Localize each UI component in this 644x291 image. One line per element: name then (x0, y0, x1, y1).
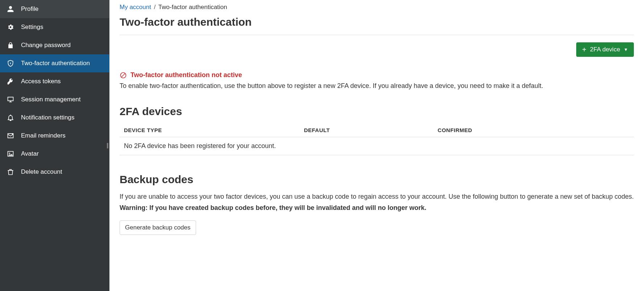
svg-point-2 (12, 133, 13, 135)
sidebar-item-settings[interactable]: Settings (0, 18, 109, 36)
breadcrumb-separator: / (154, 4, 156, 10)
sidebar-item-notification-settings[interactable]: Notification settings (0, 109, 109, 127)
sidebar-item-label: Two-factor authentication (21, 60, 90, 67)
sidebar-item-label: Session management (21, 96, 80, 103)
sidebar-item-label: Avatar (21, 150, 39, 157)
prohibit-icon (120, 72, 127, 79)
col-confirmed: CONFIRMED (433, 123, 634, 137)
sidebar-item-label: Email reminders (21, 132, 66, 139)
alert-not-active: Two-factor authentication not active To … (120, 71, 634, 91)
page-title: Two-factor authentication (120, 16, 634, 28)
svg-rect-1 (10, 63, 11, 64)
divider (120, 35, 634, 35)
sidebar-item-label: Profile (21, 5, 38, 13)
sidebar-item-label: Access tokens (21, 78, 61, 85)
add-2fa-device-button[interactable]: + 2FA device ▼ (576, 42, 634, 57)
alert-title: Two-factor authentication not active (120, 71, 634, 79)
alert-body: To enable two-factor authentication, use… (120, 81, 634, 91)
sidebar-resize-handle[interactable]: || (107, 142, 108, 149)
generate-backup-codes-button[interactable]: Generate backup codes (120, 220, 196, 235)
backup-codes-section: Backup codes If you are unable to access… (120, 173, 634, 235)
trash-icon (7, 168, 14, 176)
sidebar-item-profile[interactable]: Profile (0, 0, 109, 18)
sidebar-item-session-management[interactable]: Session management (0, 90, 109, 109)
table-row-empty: No 2FA device has been registered for yo… (120, 137, 634, 155)
backup-description: If you are unable to access your two fac… (120, 191, 634, 202)
sidebar-item-label: Change password (21, 42, 71, 49)
sidebar-item-change-password[interactable]: Change password (0, 36, 109, 54)
sidebar-item-delete-account[interactable]: Delete account (0, 163, 109, 181)
col-device-type: DEVICE TYPE (120, 123, 300, 137)
user-icon (7, 5, 14, 13)
col-default: DEFAULT (300, 123, 433, 137)
sidebar-item-two-factor[interactable]: Two-factor authentication (0, 54, 109, 72)
sidebar-item-label: Settings (21, 24, 43, 31)
sidebar-item-label: Delete account (21, 168, 62, 176)
devices-table: DEVICE TYPE DEFAULT CONFIRMED No 2FA dev… (120, 123, 634, 155)
chevron-down-icon: ▼ (624, 47, 628, 52)
devices-section-title: 2FA devices (120, 105, 634, 118)
add-2fa-device-label: 2FA device (590, 46, 620, 53)
sidebar-item-email-reminders[interactable]: Email reminders (0, 127, 109, 145)
gear-icon (7, 23, 14, 31)
sidebar-item-label: Notification settings (21, 114, 74, 121)
monitor-icon (7, 96, 14, 104)
backup-section-title: Backup codes (120, 173, 634, 186)
sidebar-item-access-tokens[interactable]: Access tokens (0, 72, 109, 90)
backup-warning: Warning: If you have created backup code… (120, 203, 634, 213)
empty-message: No 2FA device has been registered for yo… (120, 137, 634, 155)
main-content: My account / Two-factor authentication T… (109, 0, 644, 291)
sidebar: Profile Settings Change password Two-fac… (0, 0, 109, 291)
toolbar: + 2FA device ▼ (120, 42, 634, 57)
svg-line-6 (121, 73, 125, 77)
lock-icon (7, 41, 14, 49)
key-icon (7, 77, 14, 85)
image-icon (7, 150, 14, 158)
mail-icon (7, 132, 14, 140)
alert-title-text: Two-factor authentication not active (130, 71, 242, 79)
breadcrumb: My account / Two-factor authentication (120, 4, 634, 11)
sidebar-item-avatar[interactable]: Avatar (0, 145, 109, 163)
plus-icon: + (582, 46, 586, 53)
bell-icon (7, 114, 14, 122)
shield-icon (7, 59, 14, 67)
breadcrumb-current: Two-factor authentication (158, 4, 227, 10)
svg-point-4 (9, 153, 10, 154)
breadcrumb-root-link[interactable]: My account (120, 4, 151, 10)
